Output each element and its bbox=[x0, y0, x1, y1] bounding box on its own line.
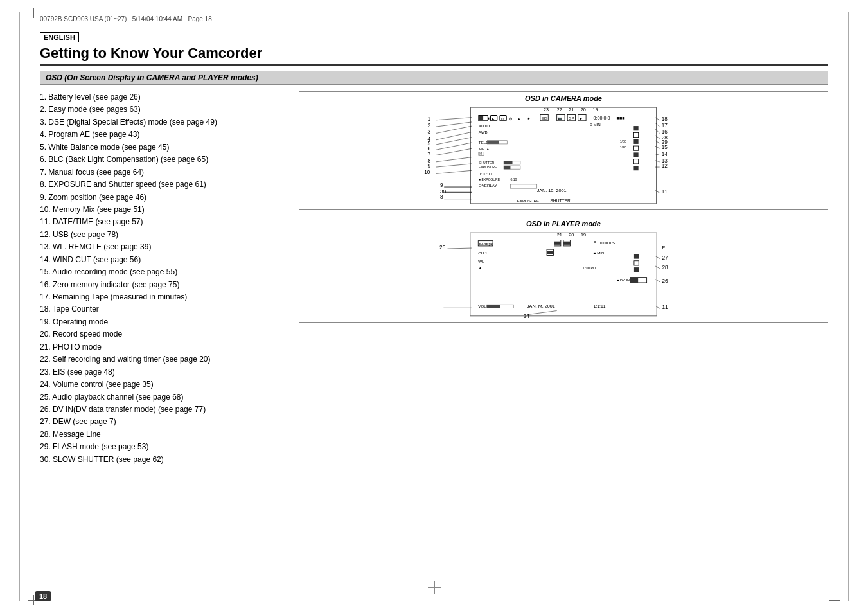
svg-line-37 bbox=[436, 164, 472, 167]
svg-line-42 bbox=[655, 136, 659, 139]
svg-text:■ EXPOSURE: ■ EXPOSURE bbox=[479, 177, 500, 181]
svg-text:CH 1: CH 1 bbox=[478, 251, 488, 255]
doc-meta: 00792B SCD903 USA (01~27) 5/14/04 10:44 … bbox=[40, 15, 212, 22]
crosshair-top-left bbox=[28, 8, 39, 18]
svg-line-41 bbox=[655, 129, 659, 133]
svg-text:0:10:00: 0:10:00 bbox=[479, 172, 492, 176]
svg-text:■ MIN: ■ MIN bbox=[594, 251, 605, 255]
svg-text:0:10: 0:10 bbox=[510, 177, 517, 181]
osd-player-title: OSD in PLAYER mode bbox=[302, 220, 825, 227]
svg-line-117 bbox=[655, 256, 660, 258]
svg-rect-85 bbox=[633, 126, 638, 130]
svg-rect-141 bbox=[487, 305, 500, 308]
svg-line-33 bbox=[436, 138, 472, 145]
svg-text:⚙: ⚙ bbox=[509, 116, 512, 121]
svg-line-44 bbox=[655, 146, 659, 148]
svg-rect-84 bbox=[504, 166, 510, 169]
svg-rect-137 bbox=[634, 261, 639, 265]
list-item: 4. Program AE (see page 43) bbox=[40, 129, 287, 141]
svg-text:JAN. 10. 2001: JAN. 10. 2001 bbox=[537, 188, 567, 193]
list-item: 20. Record speed mode bbox=[40, 328, 287, 341]
list-item: 3. DSE (Digital Special Effects) mode (s… bbox=[40, 116, 287, 129]
list-item: 7. Manual focus (see page 64) bbox=[40, 166, 287, 179]
svg-text:AUTO: AUTO bbox=[479, 123, 490, 128]
osd-camera-box: OSD in CAMERA mode 1 2 3 4 5 6 7 8 bbox=[299, 91, 828, 210]
svg-text:9: 9 bbox=[427, 163, 430, 169]
svg-line-32 bbox=[436, 132, 472, 139]
svg-text:☀: ☀ bbox=[527, 116, 530, 121]
svg-text:1:1:11: 1:1:11 bbox=[594, 304, 606, 308]
language-badge: ENGLISH bbox=[40, 32, 79, 42]
svg-text:SP: SP bbox=[569, 116, 574, 120]
svg-text:1/60: 1/60 bbox=[620, 139, 626, 143]
svg-rect-127 bbox=[563, 242, 570, 245]
svg-rect-97 bbox=[510, 184, 536, 188]
svg-text:JAN. M. 2001: JAN. M. 2001 bbox=[527, 303, 555, 309]
svg-line-116 bbox=[448, 248, 472, 249]
page-title: Getting to Know Your Camcorder bbox=[40, 45, 828, 66]
svg-text:11: 11 bbox=[662, 304, 668, 310]
svg-text:EASE[4]: EASE[4] bbox=[479, 242, 493, 246]
svg-text:OVERLAY: OVERLAY bbox=[479, 183, 497, 188]
svg-text:📷: 📷 bbox=[558, 116, 562, 121]
list-item: 22. Self recording and waiting timer (se… bbox=[40, 353, 287, 366]
svg-line-31 bbox=[436, 126, 472, 133]
title-area: ENGLISH Getting to Know Your Camcorder bbox=[40, 32, 828, 66]
svg-text:7: 7 bbox=[427, 152, 430, 157]
numbered-list: 1. Battery level (see page 26) 2. Easy m… bbox=[40, 91, 287, 595]
page-border-left bbox=[19, 12, 20, 601]
svg-text:19: 19 bbox=[592, 107, 598, 112]
list-item: 15. Audio recording mode (see page 55) bbox=[40, 266, 287, 278]
svg-rect-86 bbox=[633, 132, 638, 137]
svg-text:D: D bbox=[501, 117, 504, 121]
list-item: 10. Memory Mix (see page 51) bbox=[40, 204, 287, 216]
svg-text:WL: WL bbox=[478, 259, 484, 263]
list-item: 2. Easy mode (see pages 63) bbox=[40, 103, 287, 116]
list-item: 26. DV IN(DV data transfer mode) (see pa… bbox=[40, 404, 287, 416]
svg-rect-50 bbox=[488, 118, 489, 120]
svg-line-120 bbox=[655, 306, 660, 308]
svg-line-38 bbox=[436, 170, 472, 173]
svg-rect-138 bbox=[634, 267, 639, 272]
svg-text:■■■: ■■■ bbox=[617, 115, 625, 121]
list-item: 5. White Balance mode (see page 45) bbox=[40, 141, 287, 154]
list-item: 6. BLC (Back Light Compensation) (see pa… bbox=[40, 154, 287, 166]
list-item-25: 25. Audio playback channel (see page 68) bbox=[40, 391, 287, 404]
svg-text:0:00.0 0: 0:00.0 0 bbox=[593, 115, 610, 121]
svg-text:20: 20 bbox=[581, 107, 586, 112]
svg-text:SHUTTER: SHUTTER bbox=[550, 199, 571, 203]
osd-camera-svg: 1 2 3 4 5 6 7 8 9 10 30 9 8 18 bbox=[302, 104, 825, 207]
svg-line-48 bbox=[655, 190, 659, 193]
list-item: 14. WIND CUT (see page 56) bbox=[40, 254, 287, 266]
svg-text:M: M bbox=[479, 152, 482, 155]
svg-text:15: 15 bbox=[662, 145, 668, 150]
svg-line-29 bbox=[436, 118, 472, 120]
svg-text:11: 11 bbox=[662, 189, 668, 195]
svg-rect-51 bbox=[479, 116, 483, 120]
svg-line-119 bbox=[655, 280, 660, 282]
svg-text:14: 14 bbox=[662, 152, 668, 157]
list-item: 27. DEW (see page 7) bbox=[40, 416, 287, 428]
svg-text:0:00.0 S: 0:00.0 S bbox=[600, 240, 615, 245]
svg-text:P: P bbox=[594, 240, 597, 245]
crosshair-bottom-right bbox=[829, 595, 840, 605]
svg-line-34 bbox=[436, 143, 472, 150]
list-item: 9. Zoom position (see page 46) bbox=[40, 191, 287, 204]
svg-text:20: 20 bbox=[569, 232, 574, 238]
osd-camera-title: OSD in CAMERA mode bbox=[302, 94, 825, 102]
page-border-top bbox=[19, 12, 849, 12]
svg-line-43 bbox=[655, 141, 659, 143]
svg-rect-87 bbox=[633, 139, 638, 144]
svg-text:17: 17 bbox=[662, 123, 668, 129]
list-item: 11. DATE/TIME (see page 57) bbox=[40, 216, 287, 228]
svg-text:10: 10 bbox=[424, 170, 430, 175]
svg-text:P: P bbox=[662, 245, 665, 251]
svg-rect-146 bbox=[630, 278, 638, 283]
list-item: 13. WL. REMOTE (see page 39) bbox=[40, 241, 287, 253]
svg-text:23: 23 bbox=[544, 107, 549, 112]
svg-rect-89 bbox=[633, 152, 638, 157]
list-item: 29. FLASH mode (see page 53) bbox=[40, 441, 287, 453]
list-item: 1. Battery level (see page 26) bbox=[40, 91, 287, 103]
svg-line-30 bbox=[436, 122, 472, 127]
svg-rect-136 bbox=[634, 254, 639, 258]
